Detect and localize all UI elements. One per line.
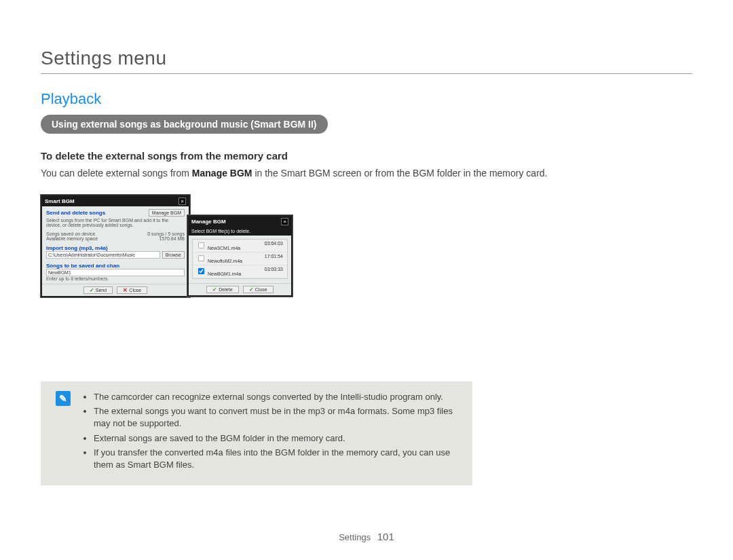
- close-button[interactable]: ✓Close: [243, 286, 274, 293]
- body-text-pre: You can delete external songs from: [41, 168, 192, 179]
- body-text-post: in the Smart BGM screen or from the BGM …: [252, 168, 548, 179]
- page-title: Settings menu: [41, 48, 692, 69]
- file-checkbox[interactable]: [198, 242, 204, 248]
- file-duration: 03:04:03: [265, 241, 283, 250]
- close-button[interactable]: ✕Close: [117, 286, 147, 294]
- titlebar-manage-bgm: Manage BGM ×: [189, 217, 291, 227]
- file-name: NewBGM1.m4a: [208, 272, 241, 276]
- note-icon: ✎: [56, 391, 71, 406]
- section-pill: Using external songs as background music…: [41, 115, 328, 134]
- close-icon[interactable]: ×: [281, 218, 288, 225]
- note-item: The external songs you want to convert m…: [94, 405, 457, 429]
- songs-saved-label: Songs saved on device: [46, 231, 95, 236]
- titlebar-label: Manage BGM: [191, 219, 226, 225]
- import-path-field[interactable]: C:\Users\Administrator\Documents\Music: [46, 251, 160, 259]
- subheading: To delete the external songs from the me…: [41, 150, 692, 162]
- window-manage-bgm: Manage BGM × Select BGM file(s) to delet…: [187, 215, 293, 297]
- check-icon: ✓: [212, 286, 217, 293]
- check-icon: ✓: [249, 286, 254, 293]
- title-rule: [41, 73, 692, 74]
- manage-bgm-button[interactable]: Manage BGM: [149, 209, 185, 217]
- file-name: New3CM1.m4a: [208, 246, 240, 250]
- memory-space-label: Available memory space: [46, 236, 98, 241]
- button-bar-back: ✓Send ✕Close: [42, 284, 189, 296]
- songs-to-be-saved-label: Songs to be saved and chan: [46, 263, 185, 269]
- send-button[interactable]: ✓Send: [83, 286, 113, 294]
- document-page: Settings menu Playback Using external so…: [0, 0, 733, 560]
- note-box: ✎ The camcorder can recognize external s…: [41, 381, 472, 485]
- instructions-text: Select songs from the PC for Smart BGM a…: [46, 218, 185, 227]
- browse-button[interactable]: Browse: [162, 251, 185, 259]
- select-files-instruction: Select BGM file(s) to delete.: [189, 227, 291, 236]
- body-text-bold: Manage BGM: [192, 168, 252, 179]
- section-title: Playback: [41, 90, 692, 108]
- file-list: New3CM1.m4a 03:04:03 NewoftoM2.m4a 17:01…: [192, 239, 288, 279]
- enter-hint: Enter up to 8 letters/numbers.: [46, 276, 185, 281]
- file-duration: 03:03:33: [265, 267, 283, 276]
- note-item: External songs are saved to the BGM fold…: [94, 432, 457, 445]
- send-delete-label: Send and delete songs: [46, 210, 105, 216]
- note-list: The camcorder can recognize external son…: [81, 391, 457, 473]
- new-bgm-field[interactable]: NewBGM1: [46, 269, 185, 276]
- file-name: NewoftoM2.m4a: [208, 259, 242, 263]
- button-bar-front: ✓Delete ✓Close: [189, 283, 291, 295]
- file-checkbox[interactable]: [198, 255, 204, 261]
- memory-space-value: 1570.84 MB: [159, 236, 185, 241]
- page-footer: Settings 101: [0, 531, 733, 542]
- check-icon: ✓: [90, 287, 94, 293]
- file-duration: 17:01:54: [265, 254, 283, 263]
- file-row[interactable]: New3CM1.m4a 03:04:03: [193, 240, 287, 253]
- note-item: If you transfer the converted m4a files …: [94, 447, 457, 470]
- titlebar-label: Smart BGM: [45, 198, 75, 204]
- window-smart-bgm: Smart BGM × Send and delete songs Manage…: [41, 195, 190, 297]
- page-number: 101: [377, 531, 394, 542]
- screenshot-stack: Smart BGM × Send and delete songs Manage…: [41, 195, 692, 334]
- file-row[interactable]: NewoftoM2.m4a 17:01:54: [193, 253, 287, 265]
- delete-button[interactable]: ✓Delete: [206, 286, 238, 293]
- body-text: You can delete external songs from Manag…: [41, 167, 692, 180]
- songs-saved-value: 0 songs / 5 songs: [147, 231, 185, 236]
- note-item: The camcorder can recognize external son…: [94, 391, 457, 403]
- import-song-label: Import song (mp3, m4a): [46, 245, 185, 251]
- footer-label: Settings: [339, 532, 371, 542]
- close-icon[interactable]: ×: [178, 198, 186, 205]
- file-checkbox[interactable]: [198, 268, 204, 274]
- file-row[interactable]: NewBGM1.m4a 03:03:33: [193, 265, 287, 278]
- titlebar-smart-bgm: Smart BGM ×: [42, 196, 189, 206]
- x-icon: ✕: [123, 287, 128, 293]
